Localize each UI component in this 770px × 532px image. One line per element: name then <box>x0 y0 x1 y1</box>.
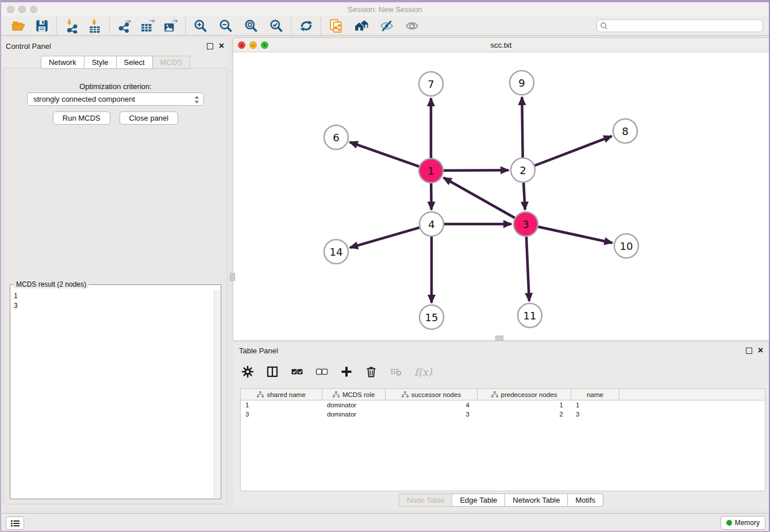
splitter-handle-horizontal[interactable] <box>495 336 503 341</box>
graph-node-4[interactable]: 4 <box>419 212 444 236</box>
table-header-row: shared nameMCDS rolesuccessor nodesprede… <box>241 389 765 400</box>
run-mcds-button[interactable]: Run MCDS <box>53 111 110 125</box>
status-bar: Memory <box>0 513 770 531</box>
graph-node-6[interactable]: 6 <box>324 125 348 149</box>
graph-edge-3-10[interactable] <box>538 226 613 242</box>
save-session-icon[interactable] <box>34 18 49 33</box>
column-header-name[interactable]: name <box>571 389 619 400</box>
float-table-panel-icon[interactable] <box>746 348 752 354</box>
select-all-icon[interactable] <box>291 365 303 378</box>
result-scrollbar[interactable] <box>214 290 220 498</box>
close-panel-button[interactable]: Close panel <box>120 111 179 125</box>
graph-node-2[interactable]: 2 <box>511 158 535 182</box>
table-panel: Table Panel × f(x) shared nameMCDS roles… <box>233 342 769 510</box>
import-table-icon[interactable] <box>87 18 102 33</box>
mcds-result-group: MCDS result (2 nodes) 1 3 <box>10 284 221 499</box>
graph-node-11[interactable]: 11 <box>518 303 542 327</box>
tab-network-table[interactable]: Network Table <box>505 494 568 507</box>
tab-select[interactable]: Select <box>117 56 153 69</box>
optimization-criterion-label: Optimization criterion: <box>4 82 227 91</box>
close-table-panel-icon[interactable]: × <box>758 348 763 353</box>
zoom-out-icon[interactable] <box>218 18 233 33</box>
title-bar: Session: New Session <box>0 2 770 17</box>
graph-edge-1-6[interactable] <box>350 142 420 167</box>
first-neighbors-icon[interactable] <box>354 18 369 33</box>
graph-node-14[interactable]: 14 <box>324 240 348 264</box>
svg-text:4: 4 <box>428 218 434 230</box>
tab-edge-table[interactable]: Edge Table <box>452 494 505 507</box>
tab-network[interactable]: Network <box>41 56 84 69</box>
deselect-all-icon[interactable] <box>315 365 328 378</box>
column-header-MCDS-role[interactable]: MCDS role <box>322 389 386 400</box>
svg-text:3: 3 <box>522 218 529 230</box>
table-cell: 3 <box>241 411 322 418</box>
settings-gear-icon[interactable] <box>241 365 254 378</box>
table-panel-title: Table Panel <box>239 346 278 355</box>
zoom-selected-icon[interactable] <box>269 18 284 33</box>
table-cell: 1 <box>571 402 619 408</box>
graph-node-1[interactable]: 1 <box>419 159 443 183</box>
svg-text:7: 7 <box>428 78 434 90</box>
show-columns-icon[interactable] <box>266 365 279 378</box>
show-all-icon[interactable] <box>405 18 419 33</box>
graph-node-10[interactable]: 10 <box>614 234 638 258</box>
graph-node-3[interactable]: 3 <box>514 212 538 236</box>
column-header-predecessor-nodes[interactable]: predecessor nodes <box>478 389 571 400</box>
graph-edge-3-11[interactable] <box>526 236 529 301</box>
graph-edge-3-1[interactable] <box>444 178 515 218</box>
graph-edge-2-3[interactable] <box>523 182 525 210</box>
copy-network-icon[interactable] <box>329 18 344 33</box>
search-input[interactable] <box>596 20 763 32</box>
apply-layout-icon[interactable] <box>299 18 314 33</box>
zoom-in-icon[interactable] <box>193 18 208 33</box>
graph-node-9[interactable]: 9 <box>510 71 534 95</box>
svg-text:14: 14 <box>330 246 343 258</box>
tab-node-table[interactable]: Node Table <box>399 494 453 507</box>
table-row[interactable]: 1dominator411 <box>241 400 765 410</box>
graph-edge-2-9[interactable] <box>522 97 522 158</box>
table-cell: 3 <box>571 411 619 418</box>
criterion-dropdown[interactable]: strongly connected component <box>27 92 204 106</box>
hide-selected-icon[interactable] <box>379 18 394 33</box>
svg-text:10: 10 <box>620 240 633 252</box>
task-history-button[interactable] <box>6 516 24 530</box>
svg-text:6: 6 <box>333 132 339 144</box>
table-panel-tabs: Node TableEdge TableNetwork TableMotifs <box>233 494 769 507</box>
graph-edge-1-4[interactable] <box>431 183 432 210</box>
graph-edge-1-2[interactable] <box>443 170 509 171</box>
zoom-fit-icon[interactable] <box>244 18 259 33</box>
float-panel-icon[interactable] <box>207 43 213 49</box>
table-cell: 1 <box>241 402 322 408</box>
function-builder-icon: f(x) <box>414 366 432 378</box>
control-panel-tabs: NetworkStyleSelectMCDS <box>2 56 229 69</box>
graph-edge-4-14[interactable] <box>350 228 420 248</box>
export-table-icon[interactable] <box>140 18 155 33</box>
network-graph-canvas[interactable]: 7968124314101511 <box>233 52 769 340</box>
splitter-handle-vertical[interactable] <box>230 273 235 281</box>
mcds-result-text: 1 3 <box>11 290 214 498</box>
import-network-icon[interactable] <box>64 18 79 33</box>
delete-row-icon[interactable] <box>365 365 378 378</box>
column-header-shared-name[interactable]: shared name <box>241 389 322 400</box>
column-header-successor-nodes[interactable]: successor nodes <box>386 389 478 400</box>
mcds-panel: Optimization criterion: strongly connect… <box>3 68 228 504</box>
network-window-title: scc.txt <box>233 41 769 49</box>
tab-style[interactable]: Style <box>84 56 117 69</box>
graph-node-7[interactable]: 7 <box>419 72 443 96</box>
table-body: 1dominator4113dominator323 <box>241 400 765 419</box>
svg-text:8: 8 <box>622 125 628 137</box>
export-network-icon[interactable] <box>117 18 132 33</box>
graph-edge-2-8[interactable] <box>534 136 612 166</box>
tab-motifs[interactable]: Motifs <box>568 494 603 507</box>
tab-mcds[interactable]: MCDS <box>153 56 190 69</box>
table-row[interactable]: 3dominator323 <box>241 410 765 419</box>
window-frame <box>0 0 770 2</box>
graph-node-8[interactable]: 8 <box>613 119 637 143</box>
search-box <box>596 20 763 32</box>
add-row-icon[interactable] <box>340 365 353 378</box>
memory-button[interactable]: Memory <box>721 516 765 530</box>
export-image-icon[interactable] <box>163 18 178 33</box>
graph-node-15[interactable]: 15 <box>419 305 444 329</box>
open-session-icon[interactable] <box>11 18 26 33</box>
close-panel-icon[interactable]: × <box>219 43 224 49</box>
